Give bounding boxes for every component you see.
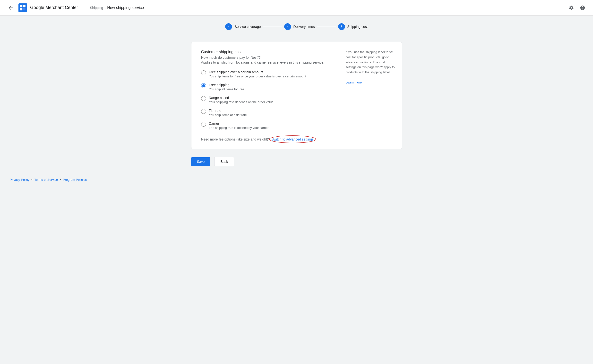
shipping-cost-card: Customer shipping cost How much do custo… <box>191 42 402 149</box>
option-free-over-amount-label: Free shipping over a certain amount <box>209 70 306 74</box>
step-connector-1 <box>263 27 282 27</box>
step-2-icon: ✓ <box>286 25 289 29</box>
back-button[interactable]: Back <box>214 157 234 166</box>
terms-of-service-link[interactable]: Terms of Service <box>34 178 58 182</box>
svg-rect-4 <box>23 8 26 10</box>
step-1-circle: ✓ <box>225 23 232 30</box>
option-flat-rate-desc: You ship items at a flat rate <box>209 113 247 117</box>
app-header: Google Merchant Center Shipping › New sh… <box>0 0 593 16</box>
section-subtitle: How much do customers pay for "test"? <box>201 56 329 59</box>
option-free-shipping[interactable]: Free shipping You ship all items for fre… <box>201 83 329 91</box>
breadcrumb-current: New shipping service <box>107 6 144 10</box>
option-carrier-label: Carrier <box>209 122 269 125</box>
option-carrier[interactable]: Carrier The shipping rate is defined by … <box>201 122 329 130</box>
option-range-based-desc: Your shipping rate depends on the order … <box>209 100 274 104</box>
svg-rect-2 <box>23 5 26 7</box>
advanced-settings-link[interactable]: Switch to advanced settings <box>272 137 314 141</box>
option-free-shipping-label: Free shipping <box>209 83 244 87</box>
step-3: 3 Shipping cost <box>338 23 368 30</box>
save-button[interactable]: Save <box>191 157 211 166</box>
sidebar-text-content: If you use the shipping label to set cos… <box>346 50 395 74</box>
radio-range-based[interactable] <box>201 96 206 101</box>
privacy-policy-link[interactable]: Privacy Policy <box>10 178 29 182</box>
radio-carrier[interactable] <box>201 122 206 127</box>
radio-free-over-amount[interactable] <box>201 70 206 75</box>
stepper: ✓ Service coverage ✓ Delivery times 3 Sh… <box>0 16 593 36</box>
action-buttons: Save Back <box>191 157 402 166</box>
footer-dot-2: • <box>60 178 61 182</box>
back-nav-button[interactable] <box>6 3 16 13</box>
radio-flat-rate[interactable] <box>201 109 206 114</box>
step-1-icon: ✓ <box>227 25 230 29</box>
step-2: ✓ Delivery times <box>284 23 315 30</box>
advanced-settings-section: Need more fee options (like size and wei… <box>201 137 329 141</box>
breadcrumb: Shipping › New shipping service <box>90 6 144 10</box>
advanced-link-wrapper: Switch to advanced settings <box>272 137 314 141</box>
sidebar-info-text: If you use the shipping label to set cos… <box>346 50 395 85</box>
settings-button[interactable] <box>567 3 576 12</box>
app-title: Google Merchant Center <box>30 5 78 10</box>
svg-rect-1 <box>20 5 22 7</box>
radio-free-shipping[interactable] <box>201 83 206 88</box>
option-flat-rate[interactable]: Flat rate You ship items at a flat rate <box>201 109 329 117</box>
option-free-over-amount[interactable]: Free shipping over a certain amount You … <box>201 70 329 78</box>
footer-dot-1: • <box>31 178 33 182</box>
step-3-label: Shipping cost <box>347 25 368 29</box>
option-range-based[interactable]: Range based Your shipping rate depends o… <box>201 96 329 104</box>
breadcrumb-parent[interactable]: Shipping <box>90 6 103 10</box>
card-sidebar: If you use the shipping label to set cos… <box>339 42 402 149</box>
step-3-circle: 3 <box>338 23 345 30</box>
program-policies-link[interactable]: Program Policies <box>63 178 87 182</box>
option-range-based-label: Range based <box>209 96 274 100</box>
page-footer: Privacy Policy • Terms of Service • Prog… <box>0 172 593 187</box>
step-1: ✓ Service coverage <box>225 23 261 30</box>
shipping-options-group: Free shipping over a certain amount You … <box>201 70 329 130</box>
step-1-label: Service coverage <box>234 25 261 29</box>
step-2-circle: ✓ <box>284 23 291 30</box>
option-free-shipping-desc: You ship all items for free <box>209 87 244 91</box>
option-carrier-desc: The shipping rate is defined by your car… <box>209 126 269 130</box>
svg-rect-0 <box>18 3 27 12</box>
breadcrumb-separator: › <box>105 6 106 10</box>
main-content: Customer shipping cost How much do custo… <box>187 36 406 172</box>
google-logo-icon <box>18 3 27 12</box>
help-button[interactable] <box>578 3 587 12</box>
learn-more-link[interactable]: Learn more <box>346 81 362 84</box>
step-connector-2 <box>317 27 336 27</box>
svg-rect-3 <box>20 8 22 10</box>
option-free-over-amount-desc: You ship items for free once your order … <box>209 74 306 78</box>
option-flat-rate-label: Flat rate <box>209 109 247 113</box>
section-title: Customer shipping cost <box>201 50 329 54</box>
card-main: Customer shipping cost How much do custo… <box>191 42 339 149</box>
step-3-number: 3 <box>341 25 343 29</box>
step-2-label: Delivery times <box>293 25 315 29</box>
advanced-prefix-text: Need more fee options (like size and wei… <box>201 137 270 141</box>
header-divider <box>84 3 84 12</box>
section-description: Applies to all ship from locations and c… <box>201 60 329 64</box>
